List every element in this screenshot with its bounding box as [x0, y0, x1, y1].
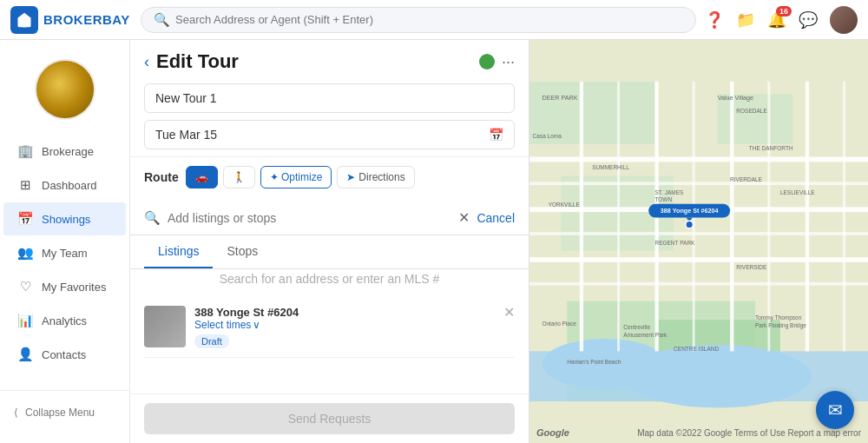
notifications-icon[interactable]: 🔔 16: [767, 10, 786, 30]
logo: BROKERBAY: [10, 6, 132, 34]
directions-icon: ➤: [346, 171, 355, 183]
sidebar-bottom: ⟨ Collapse Menu: [0, 390, 129, 434]
page-title: Edit Tour: [156, 50, 472, 73]
date-picker[interactable]: Tue Mar 15 📅: [144, 120, 515, 149]
user-profile-avatar[interactable]: [35, 59, 95, 120]
sidebar-item-my-favorites[interactable]: ♡ My Favorites: [3, 270, 126, 303]
team-icon: 👥: [17, 245, 33, 261]
listing-address: 388 Yonge St #6204: [194, 306, 515, 319]
svg-text:ROSEDALE: ROSEDALE: [736, 108, 767, 114]
collapse-icon: ⟨: [14, 407, 18, 419]
svg-text:Ontario Place: Ontario Place: [542, 321, 576, 327]
listing-search-input[interactable]: [168, 211, 451, 225]
contacts-icon: 👤: [17, 347, 33, 362]
notification-badge: 16: [776, 6, 792, 17]
edit-header-top: ‹ Edit Tour ···: [144, 50, 515, 73]
search-body-placeholder: Search for an address or enter an MLS #: [130, 269, 529, 288]
tab-stops[interactable]: Stops: [213, 235, 272, 268]
svg-rect-19: [730, 82, 733, 352]
svg-text:Park Floating Bridge: Park Floating Bridge: [755, 322, 806, 329]
listing-status-badge: Draft: [194, 334, 229, 348]
svg-text:Tommy Thompson: Tommy Thompson: [755, 314, 802, 321]
favorites-icon: ♡: [17, 279, 33, 294]
messages-icon[interactable]: 💬: [799, 10, 818, 30]
chat-fab-button[interactable]: ✉: [816, 391, 854, 429]
search-input[interactable]: [175, 13, 683, 26]
listing-thumbnail: [144, 306, 186, 347]
svg-text:Value Village: Value Village: [718, 95, 753, 102]
route-label: Route: [144, 170, 179, 184]
tour-name-input[interactable]: [144, 83, 515, 113]
svg-text:TOWN: TOWN: [654, 196, 672, 202]
route-controls: 🚗 🚶 ✦ Optimize ➤ Directions: [186, 166, 415, 188]
more-options-button[interactable]: ···: [502, 53, 515, 71]
sidebar-item-brokerage[interactable]: 🏢 Brokerage: [3, 135, 126, 168]
search-content: Listings Stops Search for an address or …: [130, 235, 529, 288]
svg-rect-21: [806, 82, 809, 352]
user-avatar[interactable]: [830, 6, 858, 34]
files-icon[interactable]: 📁: [736, 10, 755, 30]
svg-text:REGENT PARK: REGENT PARK: [654, 240, 695, 246]
search-icon: 🔍: [154, 12, 170, 28]
cancel-search-button[interactable]: Cancel: [477, 211, 515, 225]
directions-button[interactable]: ➤ Directions: [337, 166, 414, 188]
svg-text:RIVERSIDE: RIVERSIDE: [736, 265, 767, 271]
svg-text:SUMMERHILL: SUMMERHILL: [592, 164, 629, 170]
main-layout: 🏢 Brokerage ⊞ Dashboard 📅 Showings 👥 My …: [0, 40, 868, 443]
walk-mode-button[interactable]: 🚶: [223, 166, 255, 188]
sidebar-item-showings[interactable]: 📅 Showings: [3, 202, 126, 235]
tab-listings[interactable]: Listings: [144, 235, 213, 268]
map-area: DEER PARK Value Village Casa Loma SUMMER…: [529, 40, 868, 443]
search-overlay-icon: 🔍: [144, 210, 161, 226]
svg-text:YORKVILLE: YORKVILLE: [549, 202, 581, 208]
search-bar-overlay: 🔍 ✕ Cancel: [130, 201, 529, 235]
search-overlay: 🔍 ✕ Cancel Listings Stops Search for an …: [130, 201, 529, 288]
svg-text:CENTRE ISLAND: CENTRE ISLAND: [674, 346, 719, 352]
svg-text:LESLIEVILLE: LESLIEVILLE: [780, 189, 815, 195]
logo-icon: [10, 6, 38, 34]
global-search[interactable]: 🔍: [141, 7, 696, 33]
svg-text:ST. JAMES: ST. JAMES: [654, 189, 684, 195]
sidebar-item-my-team[interactable]: 👥 My Team: [3, 236, 126, 269]
svg-point-46: [686, 221, 694, 228]
svg-text:388 Yonge St #6204: 388 Yonge St #6204: [661, 207, 719, 215]
listing-item: 388 Yonge St #6204 Select times ∨ Draft …: [144, 297, 515, 358]
svg-rect-15: [580, 82, 583, 352]
nav-icons: ❓ 📁 🔔 16 💬: [705, 6, 858, 34]
car-mode-button[interactable]: 🚗: [186, 166, 218, 188]
route-section: Route 🚗 🚶 ✦ Optimize ➤ Directions: [130, 157, 529, 201]
google-logo: Google: [536, 427, 569, 438]
svg-text:RIVERDALE: RIVERDALE: [730, 176, 763, 182]
select-times-button[interactable]: Select times ∨: [194, 319, 515, 331]
calendar-icon: 📅: [489, 128, 503, 142]
svg-text:THE DANFORTH: THE DANFORTH: [749, 145, 793, 151]
map-canvas: DEER PARK Value Village Casa Loma SUMMER…: [529, 40, 868, 443]
sidebar-nav: 🏢 Brokerage ⊞ Dashboard 📅 Showings 👥 My …: [0, 134, 129, 390]
sidebar-item-dashboard[interactable]: ⊞ Dashboard: [3, 169, 126, 202]
remove-listing-button[interactable]: ✕: [503, 304, 515, 321]
sidebar-item-analytics[interactable]: 📊 Analytics: [3, 304, 126, 337]
optimize-button[interactable]: ✦ Optimize: [260, 166, 332, 188]
header-actions: ···: [479, 53, 515, 71]
content-area: ‹ Edit Tour ··· Tue Mar 15 📅 Route: [130, 40, 868, 443]
svg-rect-22: [843, 82, 845, 352]
tabs-row: Listings Stops: [130, 235, 529, 269]
analytics-icon: 📊: [17, 313, 33, 328]
dashboard-icon: ⊞: [17, 177, 33, 193]
send-requests-button[interactable]: Send Requests: [144, 403, 515, 434]
chevron-down-icon: ∨: [253, 319, 260, 331]
logo-text: BROKERBAY: [43, 12, 130, 27]
collapse-menu-button[interactable]: ⟨ Collapse Menu: [0, 400, 129, 426]
back-button[interactable]: ‹: [144, 53, 149, 71]
map-svg: DEER PARK Value Village Casa Loma SUMMER…: [529, 40, 868, 443]
help-icon[interactable]: ❓: [705, 10, 724, 30]
send-section: Send Requests: [130, 393, 529, 443]
brokerage-icon: 🏢: [17, 143, 33, 159]
svg-text:Amusement Park: Amusement Park: [623, 332, 667, 338]
svg-text:Casa Loma: Casa Loma: [533, 133, 562, 139]
listings-content: 388 Yonge St #6204 Select times ∨ Draft …: [130, 288, 529, 393]
clear-search-button[interactable]: ✕: [458, 209, 470, 226]
sidebar-item-contacts[interactable]: 👤 Contacts: [3, 338, 126, 371]
route-header: Route 🚗 🚶 ✦ Optimize ➤ Directions: [144, 166, 515, 188]
top-navigation: BROKERBAY 🔍 ❓ 📁 🔔 16 💬: [0, 0, 868, 40]
